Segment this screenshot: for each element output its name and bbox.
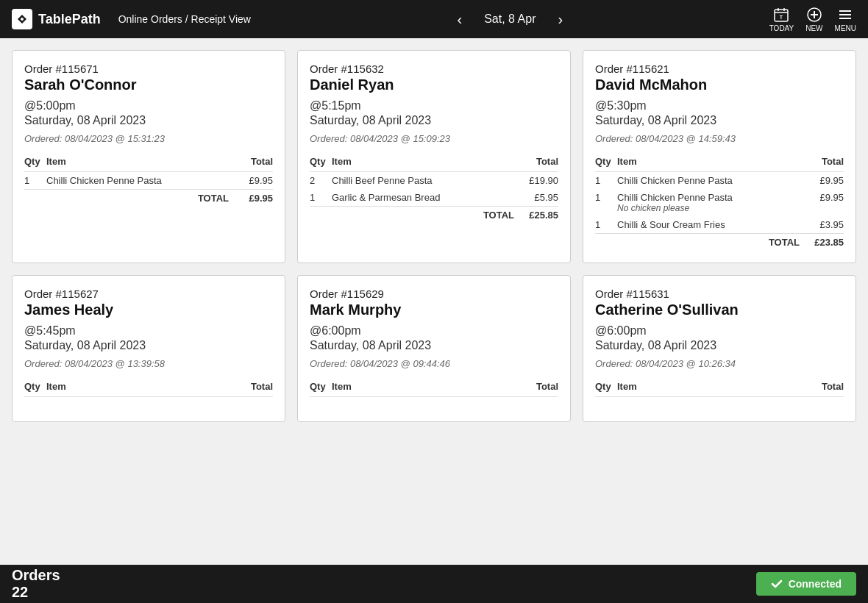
col-header-total: Total [800, 156, 844, 172]
logo-text: TablePath [38, 12, 101, 27]
svg-point-0 [21, 18, 24, 21]
item-qty: 1 [595, 189, 617, 216]
order-customer-name: Daniel Ryan [310, 76, 558, 93]
total-row: TOTAL £25.85 [310, 207, 558, 224]
item-qty: 1 [310, 189, 332, 207]
today-label: TODAY [769, 24, 794, 32]
checkmark-icon [771, 578, 783, 590]
order-placed-time: Ordered: 08/04/2023 @ 15:31:23 [24, 133, 273, 144]
current-date: Sat, 8 Apr [484, 13, 536, 26]
order-customer-name: James Healy [24, 302, 273, 318]
header: TablePath Online Orders / Receipt View ‹… [0, 0, 868, 38]
order-time: @6:00pm [310, 324, 558, 338]
order-time: @5:15pm [310, 99, 558, 113]
order-number: Order #115632 [310, 63, 558, 75]
items-table: Qty Item Total [310, 381, 558, 397]
col-header-total: Total [229, 156, 273, 172]
total-row: TOTAL £23.85 [595, 234, 844, 251]
table-row: 1 Chilli Chicken Penne Pasta £9.95 [595, 172, 844, 190]
item-total: £5.95 [514, 189, 558, 207]
main-content: Order #115671 Sarah O'Connor @5:00pm Sat… [0, 38, 868, 565]
col-header-item: Item [332, 381, 514, 397]
order-placed-time: Ordered: 08/04/2023 @ 15:09:23 [310, 133, 558, 144]
connected-label: Connected [789, 578, 842, 590]
items-table: Qty Item Total 1 Chilli Chicken Penne Pa… [595, 156, 844, 251]
order-time: @6:00pm [595, 324, 844, 338]
total-value: £25.85 [514, 207, 558, 224]
next-date-button[interactable]: › [550, 8, 570, 31]
col-header-total: Total [514, 381, 558, 397]
menu-label: MENU [835, 24, 856, 32]
order-date: Saturday, 08 April 2023 [310, 114, 558, 127]
item-total: £9.95 [800, 189, 844, 216]
col-header-qty: Qty [24, 381, 46, 397]
order-number: Order #115621 [595, 63, 844, 75]
table-row: 1 Chilli Chicken Penne Pasta £9.95 [24, 172, 273, 190]
order-customer-name: Catherine O'Sullivan [595, 302, 844, 318]
total-label: TOTAL [310, 207, 514, 224]
item-qty: 1 [595, 172, 617, 190]
item-name: Garlic & Parmesan Bread [332, 189, 514, 207]
total-value: £9.95 [229, 190, 273, 207]
item-qty: 2 [310, 172, 332, 190]
order-date: Saturday, 08 April 2023 [310, 339, 558, 352]
order-card: Order #115627 James Healy @5:45pm Saturd… [12, 275, 285, 422]
order-number: Order #115627 [24, 288, 273, 300]
order-time: @5:45pm [24, 324, 273, 338]
items-table: Qty Item Total [24, 381, 273, 397]
total-label: TOTAL [24, 190, 229, 207]
orders-label: Orders [12, 567, 60, 584]
items-table: Qty Item Total 2 Chilli Beef Penne Pasta [310, 156, 558, 224]
connected-button[interactable]: Connected [756, 572, 856, 596]
order-card: Order #115621 David McMahon @5:30pm Satu… [583, 50, 856, 263]
item-name: Chilli Chicken Penne Pasta No chicken pl… [617, 189, 800, 216]
order-time: @5:00pm [24, 99, 273, 113]
prev-date-button[interactable]: ‹ [450, 8, 470, 31]
total-value: £23.85 [800, 234, 844, 251]
new-label: NEW [805, 24, 822, 32]
col-header-item: Item [46, 156, 229, 172]
item-name: Chilli & Sour Cream Fries [617, 216, 800, 234]
col-header-item: Item [332, 156, 514, 172]
order-date: Saturday, 08 April 2023 [595, 339, 844, 352]
item-total: £9.95 [229, 172, 273, 190]
col-header-qty: Qty [595, 156, 617, 172]
logo-icon [12, 9, 32, 29]
svg-text:T: T [780, 15, 783, 20]
header-actions: T TODAY NEW MENU [769, 7, 856, 32]
col-header-item: Item [617, 156, 800, 172]
order-placed-time: Ordered: 08/04/2023 @ 10:26:34 [595, 358, 844, 369]
footer: Orders 22 Connected [0, 565, 868, 603]
col-header-item: Item [617, 381, 800, 397]
total-label: TOTAL [595, 234, 800, 251]
new-button[interactable]: NEW [805, 7, 822, 32]
col-header-qty: Qty [310, 156, 332, 172]
col-header-qty: Qty [595, 381, 617, 397]
footer-orders-info: Orders 22 [12, 567, 60, 601]
col-header-item: Item [46, 381, 229, 397]
table-row: 1 Chilli Chicken Penne Pasta No chicken … [595, 189, 844, 216]
order-number: Order #115629 [310, 288, 558, 300]
order-placed-time: Ordered: 08/04/2023 @ 09:44:46 [310, 358, 558, 369]
items-table: Qty Item Total [595, 381, 844, 397]
item-total: £3.95 [800, 216, 844, 234]
item-name: Chilli Beef Penne Pasta [332, 172, 514, 190]
breadcrumb-separator: / [185, 13, 191, 25]
order-time: @5:30pm [595, 99, 844, 113]
col-header-qty: Qty [24, 156, 46, 172]
item-total: £19.90 [514, 172, 558, 190]
col-header-total: Total [229, 381, 273, 397]
table-row: 2 Chilli Beef Penne Pasta £19.90 [310, 172, 558, 190]
order-customer-name: Sarah O'Connor [24, 76, 273, 93]
table-row: 1 Chilli & Sour Cream Fries £3.95 [595, 216, 844, 234]
today-button[interactable]: T TODAY [769, 7, 794, 32]
menu-button[interactable]: MENU [835, 7, 856, 32]
orders-grid: Order #115671 Sarah O'Connor @5:00pm Sat… [12, 50, 856, 422]
item-qty: 1 [24, 172, 46, 190]
breadcrumb-part1: Online Orders [118, 13, 182, 25]
order-card: Order #115632 Daniel Ryan @5:15pm Saturd… [297, 50, 571, 263]
order-placed-time: Ordered: 08/04/2023 @ 13:39:58 [24, 358, 273, 369]
breadcrumb: Online Orders / Receipt View [118, 13, 251, 25]
table-row: 1 Garlic & Parmesan Bread £5.95 [310, 189, 558, 207]
order-date: Saturday, 08 April 2023 [595, 114, 844, 127]
